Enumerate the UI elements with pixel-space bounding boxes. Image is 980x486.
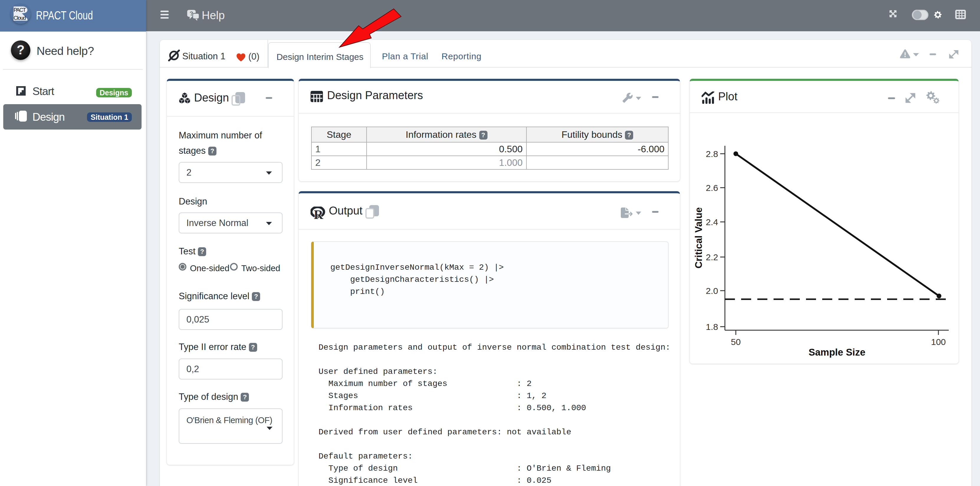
svg-text:Sample Size: Sample Size xyxy=(809,347,865,358)
svg-text:R: R xyxy=(314,207,323,220)
svg-text:Critical Value: Critical Value xyxy=(693,207,704,268)
svg-text:1.8: 1.8 xyxy=(706,322,718,331)
svg-text:?: ? xyxy=(189,10,193,17)
svg-text:PACT: PACT xyxy=(14,7,26,13)
svg-text:100: 100 xyxy=(931,337,946,347)
svg-text:Cloud: Cloud xyxy=(14,15,26,21)
svg-text:2.6: 2.6 xyxy=(706,183,718,193)
svg-text:2.8: 2.8 xyxy=(706,149,718,159)
svg-text:2.0: 2.0 xyxy=(706,286,718,296)
svg-text:50: 50 xyxy=(731,337,741,347)
svg-text:2.2: 2.2 xyxy=(706,252,718,262)
svg-text:2.4: 2.4 xyxy=(706,217,718,227)
